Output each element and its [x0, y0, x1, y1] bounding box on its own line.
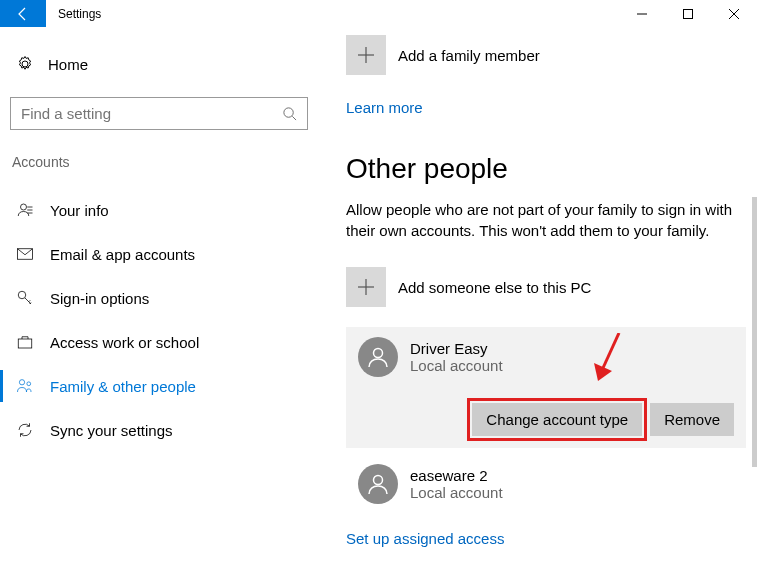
change-account-type-button[interactable]: Change account type [472, 403, 642, 436]
svg-point-19 [374, 349, 383, 358]
add-other-row[interactable]: Add someone else to this PC [346, 267, 746, 307]
close-button[interactable] [711, 0, 757, 27]
add-other-label: Add someone else to this PC [398, 279, 591, 296]
section-label: Accounts [10, 154, 310, 170]
person-icon [366, 345, 390, 369]
main-panel: Add a family member Learn more Other peo… [320, 27, 757, 582]
sidebar-item-work[interactable]: Access work or school [10, 320, 310, 364]
avatar [358, 337, 398, 377]
svg-rect-1 [684, 9, 693, 18]
user-name: Driver Easy [410, 340, 503, 357]
svg-line-5 [292, 116, 296, 120]
window-title: Settings [46, 7, 101, 21]
sidebar: Home Accounts Your info Email & app acco… [0, 27, 320, 582]
assigned-access-link[interactable]: Set up assigned access [346, 530, 504, 547]
remove-button[interactable]: Remove [650, 403, 734, 436]
nav-label: Email & app accounts [50, 246, 195, 263]
scrollbar-thumb[interactable] [752, 197, 757, 467]
nav-label: Access work or school [50, 334, 199, 351]
maximize-icon [683, 9, 693, 19]
svg-point-14 [27, 382, 31, 386]
plus-icon [356, 277, 376, 297]
user-type: Local account [410, 484, 503, 501]
gear-icon [16, 55, 34, 73]
arrow-left-icon [15, 6, 31, 22]
learn-more-link[interactable]: Learn more [346, 99, 423, 116]
home-nav[interactable]: Home [10, 47, 310, 81]
svg-line-20 [603, 333, 619, 368]
key-icon [16, 289, 34, 307]
minimize-button[interactable] [619, 0, 665, 27]
sidebar-item-your-info[interactable]: Your info [10, 188, 310, 232]
plus-tile [346, 267, 386, 307]
sidebar-item-sync[interactable]: Sync your settings [10, 408, 310, 452]
minimize-icon [637, 9, 647, 19]
nav-label: Family & other people [50, 378, 196, 395]
sidebar-item-signin[interactable]: Sign-in options [10, 276, 310, 320]
close-icon [729, 9, 739, 19]
search-icon [282, 106, 297, 121]
svg-rect-12 [18, 339, 32, 348]
arrow-annotation [594, 333, 624, 383]
search-input[interactable] [21, 105, 282, 122]
mail-icon [16, 245, 34, 263]
add-family-row[interactable]: Add a family member [346, 35, 746, 75]
nav-label: Sync your settings [50, 422, 173, 439]
other-people-heading: Other people [346, 153, 746, 185]
user-row[interactable]: easeware 2 Local account [346, 456, 746, 512]
briefcase-icon [16, 333, 34, 351]
search-box[interactable] [10, 97, 308, 130]
svg-point-22 [374, 476, 383, 485]
svg-point-13 [19, 380, 24, 385]
sidebar-item-family[interactable]: Family & other people [10, 364, 310, 408]
home-label: Home [48, 56, 88, 73]
plus-icon [356, 45, 376, 65]
back-button[interactable] [0, 0, 46, 27]
nav-label: Sign-in options [50, 290, 149, 307]
user-card-selected[interactable]: Driver Easy Local account Change account… [346, 327, 746, 448]
maximize-button[interactable] [665, 0, 711, 27]
add-family-label: Add a family member [398, 47, 540, 64]
nav-label: Your info [50, 202, 109, 219]
plus-tile [346, 35, 386, 75]
avatar [358, 464, 398, 504]
person-icon [366, 472, 390, 496]
titlebar: Settings [0, 0, 757, 27]
people-icon [16, 377, 34, 395]
user-name: easeware 2 [410, 467, 503, 484]
svg-point-4 [284, 108, 293, 117]
sidebar-item-email[interactable]: Email & app accounts [10, 232, 310, 276]
sync-icon [16, 421, 34, 439]
svg-point-6 [21, 204, 27, 210]
svg-point-11 [18, 291, 26, 299]
user-type: Local account [410, 357, 503, 374]
person-icon [16, 201, 34, 219]
window-controls [619, 0, 757, 27]
other-people-desc: Allow people who are not part of your fa… [346, 199, 746, 241]
